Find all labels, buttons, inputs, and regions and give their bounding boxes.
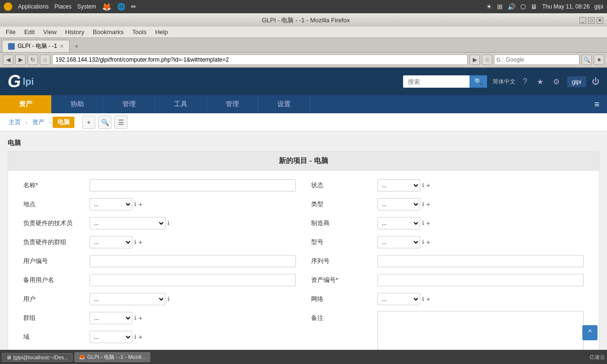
computer-form: 新的项目 - 电脑 名称* 地点	[8, 151, 599, 364]
field-assetnum-label: 资产编号*	[311, 276, 377, 284]
nav-item-tools[interactable]: 工具	[155, 95, 207, 113]
manufacturer-info-icon[interactable]: ℹ	[422, 220, 424, 227]
glpi-header: G lpi 🔍 简体中文 ? ★ ⚙ glpi ⏻	[0, 68, 607, 95]
menu-view[interactable]: View	[39, 27, 60, 36]
field-assetnum-field	[377, 274, 584, 286]
nav-item-assist[interactable]: 协助	[52, 95, 103, 113]
browser-tab-active[interactable]: GLPI - 电脑 - -1 ✕	[2, 40, 70, 52]
restore-button[interactable]: □	[588, 17, 595, 24]
field-tech-select[interactable]: ...	[90, 217, 166, 229]
favorite-icon[interactable]: ★	[535, 75, 545, 88]
field-model-field: ... ℹ +	[377, 236, 584, 248]
back-button[interactable]: ◀	[3, 55, 13, 65]
field-status-select[interactable]: ...	[377, 179, 420, 191]
glpi-search-bar[interactable]: 🔍	[403, 75, 487, 88]
field-assetnum-input[interactable]	[377, 274, 584, 286]
help-icon[interactable]: ?	[521, 75, 529, 88]
network-info-icon[interactable]: ℹ	[422, 296, 424, 302]
model-plus-icon[interactable]: +	[426, 238, 430, 246]
os-topbar-left: Applications Places System 🦊 🌐 ✏	[4, 2, 137, 11]
search-input[interactable]	[506, 56, 577, 63]
field-userid-input[interactable]	[90, 255, 296, 267]
model-info-icon[interactable]: ℹ	[422, 239, 424, 246]
os-applications[interactable]: Applications	[18, 3, 49, 10]
menu-bookmarks[interactable]: Bookmarks	[89, 27, 128, 36]
power-icon[interactable]: ⏻	[592, 77, 599, 86]
location-info-icon[interactable]: ℹ	[134, 201, 137, 208]
new-tab-button[interactable]: +	[71, 40, 82, 52]
field-model-select[interactable]: ...	[377, 236, 420, 248]
network-plus-icon[interactable]: +	[426, 295, 430, 303]
user-button[interactable]: glpi	[567, 76, 586, 87]
bookmark-icon[interactable]: ★	[594, 55, 604, 65]
group-plus-icon[interactable]: +	[138, 314, 142, 322]
tab-close-button[interactable]: ✕	[60, 44, 64, 49]
scroll-top-button[interactable]: ^	[582, 325, 598, 340]
nav-item-menu[interactable]: ≡	[587, 95, 607, 113]
field-group-select[interactable]: ...	[90, 312, 132, 324]
breadcrumb-home[interactable]: 主页	[6, 117, 24, 127]
taskbar-item-terminal[interactable]: 🖥 [glpi@localhost:~/Des...	[2, 353, 73, 362]
field-tech-field: ... ℹ	[90, 217, 296, 229]
breadcrumb-assets[interactable]: 资产	[29, 117, 47, 127]
close-button[interactable]: ✕	[597, 17, 603, 24]
os-system[interactable]: System	[77, 3, 96, 10]
nav-item-admin[interactable]: 管理	[207, 95, 258, 113]
page-content: 电脑 新的项目 - 电脑 名称* 地点	[0, 131, 607, 364]
breadcrumb-current: 电脑	[53, 117, 74, 128]
window-controls[interactable]: _ □ ✕	[579, 17, 603, 24]
menu-history[interactable]: History	[61, 27, 88, 36]
field-manufacturer-select[interactable]: ...	[377, 217, 420, 229]
nav-item-settings[interactable]: 设置	[258, 95, 310, 113]
field-userid-row: 用户编号	[23, 254, 296, 268]
field-type-select[interactable]: ...	[377, 198, 420, 210]
glpi-search-input[interactable]	[403, 76, 469, 88]
settings-gear-icon[interactable]: ⚙	[551, 75, 561, 88]
minimize-button[interactable]: _	[579, 17, 586, 24]
forward-button[interactable]: ▶	[15, 55, 26, 65]
field-serial-input[interactable]	[377, 255, 584, 267]
reload-button[interactable]: ↻	[28, 55, 38, 65]
domain-info-icon[interactable]: ℹ	[134, 334, 137, 340]
field-domain-select[interactable]: ...	[90, 331, 132, 343]
address-input[interactable]	[52, 55, 468, 65]
type-plus-icon[interactable]: +	[426, 200, 430, 208]
tech-info-icon[interactable]: ℹ	[167, 220, 170, 227]
domain-plus-icon[interactable]: +	[138, 333, 142, 341]
group-info-icon[interactable]: ℹ	[134, 315, 137, 321]
status-info-icon[interactable]: ℹ	[422, 182, 424, 189]
address-go-button[interactable]: ▶	[469, 55, 480, 65]
os-places[interactable]: Places	[55, 3, 72, 10]
menu-edit[interactable]: Edit	[20, 27, 38, 36]
field-name-input[interactable]	[90, 179, 296, 191]
menu-help[interactable]: Help	[151, 27, 172, 36]
field-network-row: 网络 ... ℹ +	[311, 292, 584, 306]
add-item-button[interactable]: +	[82, 116, 95, 129]
home-button[interactable]: ⌂	[40, 55, 50, 65]
address-star-button[interactable]: ☆	[482, 55, 492, 65]
taskbar-item-browser[interactable]: 🦊 GLPI - 电脑 - -1 - Mozill...	[74, 352, 150, 362]
glpi-search-button[interactable]: 🔍	[469, 75, 487, 88]
search-icon[interactable]: 🔍	[581, 55, 592, 65]
type-info-icon[interactable]: ℹ	[422, 201, 424, 208]
search-items-button[interactable]: 🔍	[98, 116, 111, 129]
list-view-button[interactable]: ☰	[114, 116, 128, 129]
field-techgroup-label: 负责硬件的群组	[23, 238, 90, 246]
menu-file[interactable]: File	[2, 27, 19, 36]
techgroup-info-icon[interactable]: ℹ	[134, 239, 137, 246]
field-name-row: 名称*	[23, 178, 296, 192]
nav-item-manage[interactable]: 管理	[103, 95, 155, 113]
user-info-icon[interactable]: ℹ	[167, 296, 170, 302]
language-button[interactable]: 简体中文	[493, 78, 515, 86]
menu-tools[interactable]: Tools	[129, 27, 150, 36]
nav-item-assets[interactable]: 资产	[0, 95, 52, 113]
field-network-select[interactable]: ...	[377, 293, 420, 305]
status-plus-icon[interactable]: +	[426, 182, 430, 189]
field-altuser-input[interactable]	[90, 274, 296, 286]
field-techgroup-select[interactable]: ...	[90, 236, 132, 248]
field-location-select[interactable]: ...	[90, 198, 132, 210]
field-user-select[interactable]: ...	[90, 293, 166, 305]
location-plus-icon[interactable]: +	[138, 200, 142, 208]
techgroup-plus-icon[interactable]: +	[138, 238, 142, 246]
manufacturer-plus-icon[interactable]: +	[426, 219, 430, 227]
